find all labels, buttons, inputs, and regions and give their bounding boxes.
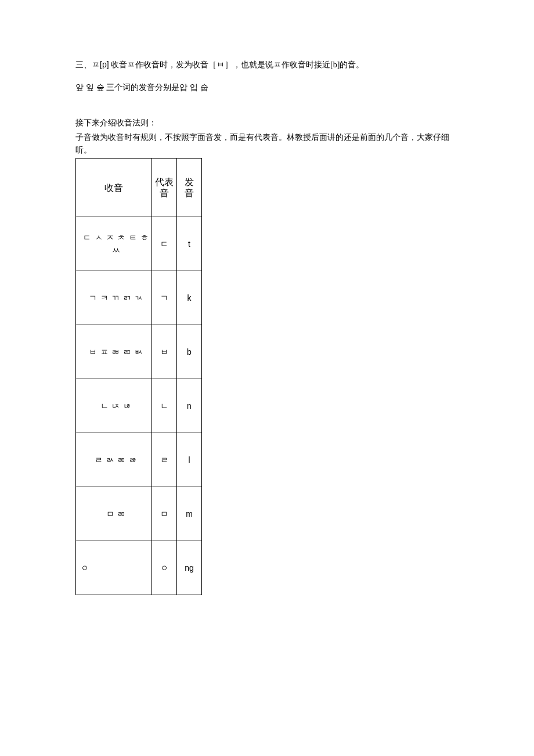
text-segment-korean: 압 입 숩 — [179, 82, 208, 92]
table-row: ㅁ ㄻ ㅁ m — [76, 487, 202, 541]
cell-rep: ㅇ — [152, 541, 177, 595]
cell-sound: b — [177, 325, 202, 379]
paragraph-examples: 앞 잎 숲 三个词的发音分别是압 입 숩 — [75, 81, 459, 94]
cell-batchim: ㅂ ㅍ ㄼ ㄿ ㅄ — [76, 325, 152, 379]
table-row: ㄱ ㅋ ㄲ ㄺ ㄳ ㄱ k — [76, 271, 202, 325]
cell-sound: t — [177, 217, 202, 271]
text-segment-korean: 앞 잎 숲 — [75, 82, 104, 92]
cell-sound: ng — [177, 541, 202, 595]
text-segment: 三个词的发音分别是 — [104, 83, 180, 92]
table-header-sound: 发 音 — [177, 159, 202, 217]
table-row: ㄴ ㄵ ㄶ ㄴ n — [76, 379, 202, 433]
cell-batchim: ㄹ ㄽ ㄾ ㅀ — [76, 433, 152, 487]
paragraph-rules-intro: 接下来介绍收音法则： — [75, 117, 459, 129]
pronunciation-table: 收音 代表 音 发 音 ㄷ ㅅ ㅈ ㅊ ㅌ ㅎ ㅆ ㄷ t ㄱ ㅋ ㄲ ㄺ ㄳ … — [75, 158, 202, 595]
table-row: ㅂ ㅍ ㄼ ㄿ ㅄ ㅂ b — [76, 325, 202, 379]
cell-batchim: ㅁ ㄻ — [76, 487, 152, 541]
cell-batchim: ㄱ ㅋ ㄲ ㄺ ㄳ — [76, 271, 152, 325]
table-header-row: 收音 代表 音 发 音 — [76, 159, 202, 217]
cell-sound: n — [177, 379, 202, 433]
cell-rep: ㄴ — [152, 379, 177, 433]
table-row: ㄹ ㄽ ㄾ ㅀ ㄹ l — [76, 433, 202, 487]
table-header-rep: 代表 音 — [152, 159, 177, 217]
cell-sound: k — [177, 271, 202, 325]
text-segment: 收音ㅍ作收音时，发为收音［ㅂ］，也就是说ㅍ作收音时接近[b]的音。 — [109, 60, 365, 69]
cell-rep: ㄱ — [152, 271, 177, 325]
cell-rep: ㄷ — [152, 217, 177, 271]
paragraph-rules-desc: 子音做为收音时有规则，不按照字面音发，而是有代表音。林教授后面讲的还是前面的几个… — [75, 131, 459, 157]
cell-sound: m — [177, 487, 202, 541]
cell-batchim: ㅇ — [76, 541, 152, 595]
cell-batchim: ㄴ ㄵ ㄶ — [76, 379, 152, 433]
text-segment: 三、 — [75, 60, 92, 69]
table-header-batchim: 收音 — [76, 159, 152, 217]
cell-rep: ㄹ — [152, 433, 177, 487]
cell-rep: ㅁ — [152, 487, 177, 541]
cell-batchim: ㄷ ㅅ ㅈ ㅊ ㅌ ㅎ ㅆ — [76, 217, 152, 271]
cell-sound: l — [177, 433, 202, 487]
text-segment-korean: ㅍ[p] — [92, 60, 109, 69]
cell-rep: ㅂ — [152, 325, 177, 379]
paragraph-section-3: 三、ㅍ[p] 收音ㅍ作收音时，发为收音［ㅂ］，也就是说ㅍ作收音时接近[b]的音。 — [75, 58, 459, 71]
table-row: ㅇ ㅇ ng — [76, 541, 202, 595]
table-row: ㄷ ㅅ ㅈ ㅊ ㅌ ㅎ ㅆ ㄷ t — [76, 217, 202, 271]
